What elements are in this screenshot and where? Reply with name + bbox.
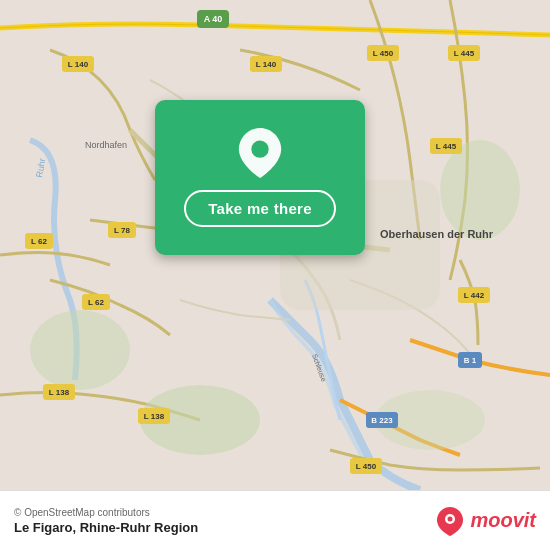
svg-text:B 223: B 223	[371, 416, 393, 425]
svg-text:L 445: L 445	[436, 142, 457, 151]
action-card: Take me there	[155, 100, 365, 255]
svg-point-4	[30, 310, 130, 390]
attribution-text: © OpenStreetMap contributors	[14, 507, 198, 518]
svg-text:L 62: L 62	[88, 298, 104, 307]
svg-text:L 442: L 442	[464, 291, 485, 300]
svg-text:L 450: L 450	[356, 462, 377, 471]
svg-point-3	[440, 140, 520, 240]
svg-text:L 445: L 445	[454, 49, 475, 58]
moovit-icon	[434, 505, 466, 537]
svg-text:Oberhausen der Ruhr: Oberhausen der Ruhr	[380, 228, 494, 240]
location-pin-icon	[238, 128, 282, 178]
svg-text:L 78: L 78	[114, 226, 130, 235]
svg-point-42	[448, 516, 453, 521]
svg-text:L 62: L 62	[31, 237, 47, 246]
svg-text:L 140: L 140	[68, 60, 89, 69]
svg-text:L 140: L 140	[256, 60, 277, 69]
take-me-there-button[interactable]: Take me there	[184, 190, 336, 227]
map-container: Ruhr	[0, 0, 550, 490]
moovit-label: moovit	[470, 509, 536, 532]
svg-point-40	[251, 141, 268, 158]
bottom-bar: © OpenStreetMap contributors Le Figaro, …	[0, 490, 550, 550]
moovit-logo[interactable]: moovit	[434, 505, 536, 537]
bottom-left: © OpenStreetMap contributors Le Figaro, …	[14, 507, 198, 535]
svg-text:B 1: B 1	[464, 356, 477, 365]
svg-text:L 138: L 138	[49, 388, 70, 397]
svg-text:Nordhafen: Nordhafen	[85, 140, 127, 150]
svg-text:L 450: L 450	[373, 49, 394, 58]
svg-text:A 40: A 40	[204, 14, 223, 24]
svg-text:L 138: L 138	[144, 412, 165, 421]
place-info: Le Figaro, Rhine-Ruhr Region	[14, 520, 198, 535]
